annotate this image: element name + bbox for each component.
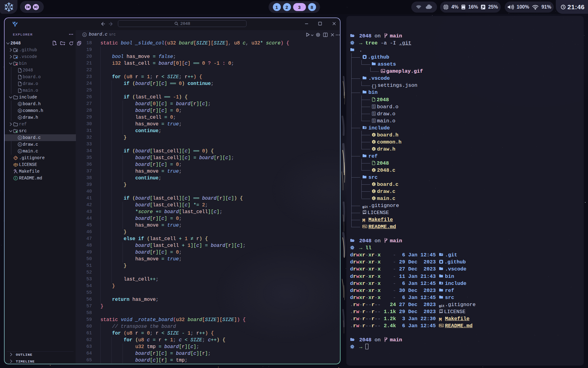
svg-text:10: 10	[373, 106, 375, 108]
svg-text:C: C	[373, 182, 375, 186]
svg-text:10: 10	[373, 121, 375, 122]
svg-text:C: C	[373, 133, 375, 136]
svg-text:C: C	[373, 190, 375, 193]
svg-text:C: C	[373, 140, 375, 143]
svg-text:C: C	[373, 197, 375, 200]
svg-text:C: C	[373, 147, 375, 150]
svg-text:C: C	[373, 168, 375, 171]
svg-text:10: 10	[373, 113, 375, 115]
